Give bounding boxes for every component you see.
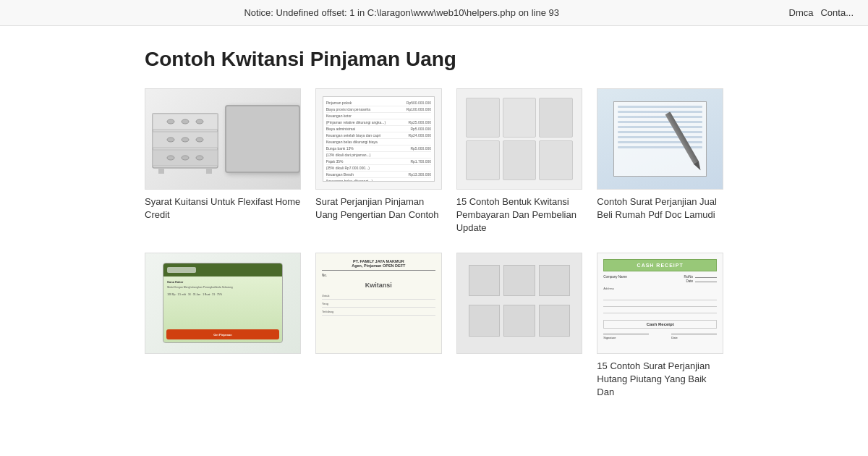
date-line: Date	[671, 334, 717, 339]
kwitansi-row: Yang	[322, 301, 435, 308]
paper-line	[618, 106, 703, 108]
card-3-title: 15 Contoh Bentuk Kwitansi Pembayaran Dan…	[456, 195, 583, 235]
kwitansi-no-row: No.	[322, 274, 435, 277]
app-cta-button: Get Pinjaman	[166, 329, 279, 339]
table-row: Pajak 35%Rp1.700.000	[326, 159, 431, 165]
contact-link[interactable]: Conta...	[820, 7, 854, 18]
page-title: Contoh Kwitansi Pinjaman Uang	[145, 48, 723, 71]
card-6: PT. FAMILY JAYA MAKMUR Agen, Pinjaman OP…	[315, 253, 442, 400]
paper-line	[618, 131, 703, 133]
stat-3: 1 Buat · 31 · 75%	[203, 293, 222, 296]
box-3	[539, 98, 573, 138]
table-row: Keuangan setelah biaya dan capriRp24.000…	[326, 132, 431, 139]
app-logo	[167, 267, 196, 273]
svg-point-9	[196, 138, 203, 142]
card-5-image[interactable]: Dana Haber Mulai Dengan Menghubungkan Pe…	[145, 253, 301, 354]
receipt-fields	[603, 295, 717, 313]
svg-point-10	[167, 156, 174, 160]
card-4-title: Contoh Surat Perjanjian Jual Beli Rumah …	[597, 195, 723, 221]
small-box-6	[539, 305, 571, 337]
paper-line	[618, 111, 703, 113]
card-1-image[interactable]	[145, 88, 301, 190]
svg-point-7	[167, 138, 174, 142]
card-1-title: Syarat Kuitansi Untuk Flexifast Home Cre…	[145, 195, 301, 221]
svg-point-4	[167, 119, 174, 124]
kwitansi-body: Untuk Yang Terbilang	[322, 293, 435, 316]
small-box-1	[469, 265, 501, 297]
dresser-illustration	[145, 103, 225, 175]
svg-rect-14	[206, 168, 212, 174]
table-row: Pinjaman pokokRp500.000.000	[326, 100, 431, 106]
small-box-5	[503, 305, 535, 337]
table-row: (13% dikali dari pinjaman...)	[326, 152, 431, 159]
kwitansi-header: PT. FAMILY JAYA MAKMUR Agen, Pinjaman OP…	[322, 259, 435, 271]
small-box-3	[539, 265, 571, 297]
svg-point-11	[182, 156, 189, 160]
kwitansi-title: Kwitansi	[322, 282, 435, 289]
paper-line	[618, 116, 703, 118]
card-2-image[interactable]: Pinjaman pokokRp500.000.000 Biaya provis…	[315, 88, 442, 190]
app-name: Dana Haber	[167, 280, 278, 284]
svg-point-6	[196, 119, 203, 124]
svg-point-5	[182, 119, 189, 124]
svg-point-8	[182, 138, 189, 142]
card-2-title: Surat Perjanjian Pinjaman Uang Pengertia…	[315, 195, 442, 221]
table-row: Bunga bank 13%Rp5.000.000	[326, 145, 431, 152]
stat-1: 100 Rp · 1.5 edit	[167, 293, 186, 296]
paper-lines	[613, 101, 707, 177]
card-8-title: 15 Contoh Surat Perjanjian Hutang Piutan…	[597, 360, 723, 400]
box-5	[503, 140, 537, 180]
card-7	[456, 253, 583, 400]
company-name-label: Company Name	[603, 275, 627, 283]
app-header	[163, 263, 282, 276]
card-7-image[interactable]	[456, 253, 583, 354]
card-3-image[interactable]	[456, 88, 583, 190]
app-stats: 100 Rp · 1.5 edit 16 · 31 Jan 1 Buat · 3…	[167, 293, 278, 296]
card-grid: Syarat Kuitansi Untuk Flexifast Home Cre…	[145, 88, 723, 399]
receipt-field-row	[603, 295, 717, 300]
table-inner: Pinjaman pokokRp500.000.000 Biaya provis…	[323, 96, 435, 181]
small-box-2	[503, 265, 535, 297]
kwitansi-no: No.	[322, 274, 327, 277]
svg-rect-13	[158, 168, 164, 174]
app-mockup: Dana Haber Mulai Dengan Menghubungkan Pe…	[163, 263, 283, 343]
kwitansi-row: Untuk	[322, 293, 435, 300]
signature-line: Signature	[603, 334, 649, 339]
card-8-image[interactable]: CASH RECEIPT Company Name RctNo Date Add…	[597, 253, 723, 354]
stat-2: 16 · 31 Jan	[188, 293, 200, 296]
table-row: Keuangan belas dikurangi biaya	[326, 139, 431, 145]
receipt-no-date: RctNo Date	[684, 275, 717, 283]
dmca-link[interactable]: Dmca	[789, 7, 814, 18]
card-8: CASH RECEIPT Company Name RctNo Date Add…	[597, 253, 723, 400]
paper-line	[618, 136, 703, 138]
box-6	[539, 140, 573, 180]
receipt-address: Address	[603, 287, 717, 290]
card-2: Pinjaman pokokRp500.000.000 Biaya provis…	[315, 88, 442, 235]
receipt-signature-row: Signature Date	[603, 334, 717, 339]
app-body: Dana Haber Mulai Dengan Menghubungkan Pe…	[163, 276, 282, 326]
card-1: Syarat Kuitansi Untuk Flexifast Home Cre…	[145, 88, 301, 235]
cash-receipt-header: CASH RECEIPT	[603, 259, 717, 271]
paper-line	[618, 141, 703, 143]
paper-line	[618, 126, 703, 128]
nav-links: Dmca Conta...	[789, 7, 854, 18]
receipt-date: Date	[686, 279, 717, 283]
table-row: Biaya provisi dan penasehaRp100.000.000	[326, 106, 431, 113]
small-box-4	[469, 305, 501, 337]
card-4: Contoh Surat Perjanjian Jual Beli Rumah …	[597, 88, 723, 235]
table-row: (Pinjaman relative dikurangi angka...)Rp…	[326, 119, 431, 126]
receipt-no: RctNo	[684, 275, 717, 279]
cta-label: Get Pinjaman	[213, 333, 232, 337]
receipt-field-row	[603, 302, 717, 307]
table-row: (35% dikali Rp7.000.000...)	[326, 165, 431, 172]
box-2	[503, 98, 537, 138]
cash-receipt-label: Cash Receipt	[603, 320, 717, 329]
app-desc: Mulai Dengan Menghubungkan Perangkat And…	[167, 286, 278, 290]
card-6-image[interactable]: PT. FAMILY JAYA MAKMUR Agen, Pinjaman OP…	[315, 253, 442, 354]
table-row: Biaya administrasiRp5.000.000	[326, 126, 431, 132]
box-4	[466, 140, 500, 180]
receipt-meta: Company Name RctNo Date	[603, 275, 717, 283]
card-3: 15 Contoh Bentuk Kwitansi Pembayaran Dan…	[456, 88, 583, 235]
box-1	[466, 98, 500, 138]
card-4-image[interactable]	[597, 88, 723, 190]
